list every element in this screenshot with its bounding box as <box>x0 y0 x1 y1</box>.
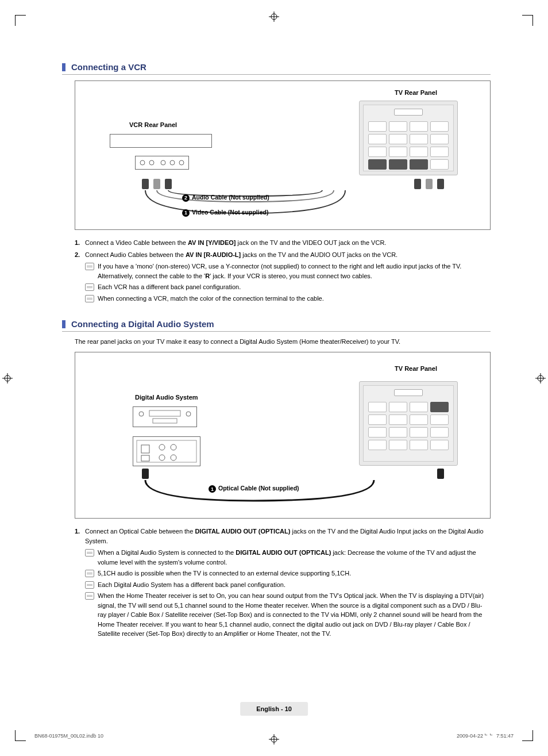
section-intro-text: The rear panel jacks on your TV make it … <box>75 337 491 346</box>
registration-mark-icon <box>269 11 279 22</box>
vcr-connection-diagram: TV Rear Panel VCR Rear Panel <box>75 80 491 230</box>
print-filename: BN68-01975M_00L02.indb 10 <box>34 733 103 739</box>
step-text: Connect Audio Cables between the AV IN [… <box>85 250 491 260</box>
section-accent-icon <box>62 63 65 71</box>
section-header: Connecting a VCR <box>62 62 491 75</box>
note-icon <box>85 549 94 557</box>
video-cable-label: 1Video Cable (Not supplied) <box>182 209 268 217</box>
note-icon <box>85 295 94 302</box>
cable-lines <box>75 81 490 229</box>
note-icon <box>85 581 94 589</box>
note-icon <box>85 263 94 270</box>
step-text: Connect an Optical Cable between the DIG… <box>85 527 491 546</box>
note-text: Each VCR has a different back panel conf… <box>98 282 491 292</box>
vcr-instructions: 1. Connect a Video Cable between the AV … <box>75 238 491 303</box>
print-metadata: BN68-01975M_00L02.indb 10 2009-04-22 ᄂᄂ … <box>34 733 514 739</box>
note-text: When the Home Theater receiver is set to… <box>98 591 491 639</box>
crop-mark <box>522 730 533 741</box>
step-number: 1. <box>75 238 85 248</box>
note-text: When connecting a VCR, match the color o… <box>98 294 491 304</box>
page-footer-language: English - 10 <box>240 702 308 716</box>
registration-mark-icon <box>535 373 546 383</box>
callout-number-2-icon: 2 <box>182 194 190 202</box>
note-text: Each Digital Audio System has a differen… <box>98 580 491 590</box>
audio-cable-label: 2Audio Cable (Not supplied) <box>182 194 269 202</box>
crop-mark <box>15 730 26 741</box>
note-text: 5,1CH audio is possible when the TV is c… <box>98 569 491 578</box>
crop-mark <box>15 15 26 26</box>
section-title: Connecting a Digital Audio System <box>71 319 214 329</box>
section-header: Connecting a Digital Audio System <box>62 319 491 332</box>
step-number: 1. <box>75 527 85 546</box>
print-timestamp: 2009-04-22 ᄂᄂ 7:51:47 <box>457 733 514 739</box>
step-text: Connect a Video Cable between the AV IN … <box>85 238 491 248</box>
note-icon <box>85 592 94 600</box>
digital-audio-connection-diagram: TV Rear Panel Digital Audio System <box>75 352 491 519</box>
section-title: Connecting a VCR <box>71 62 146 72</box>
digital-audio-instructions: 1. Connect an Optical Cable between the … <box>75 527 491 639</box>
optical-cable-line <box>75 352 490 518</box>
callout-number-1-icon: 1 <box>209 485 216 493</box>
crop-mark <box>522 15 533 26</box>
note-icon <box>85 570 94 577</box>
registration-mark-icon <box>2 373 13 383</box>
step-number: 2. <box>75 250 85 260</box>
section-accent-icon <box>62 320 65 328</box>
note-text: If you have a 'mono' (non-stereo) VCR, u… <box>98 262 491 281</box>
callout-number-1-icon: 1 <box>182 209 190 217</box>
note-icon <box>85 283 94 291</box>
note-text: When a Digital Audio System is connected… <box>98 548 491 567</box>
optical-cable-label: 1Optical Cable (Not supplied) <box>209 485 299 493</box>
